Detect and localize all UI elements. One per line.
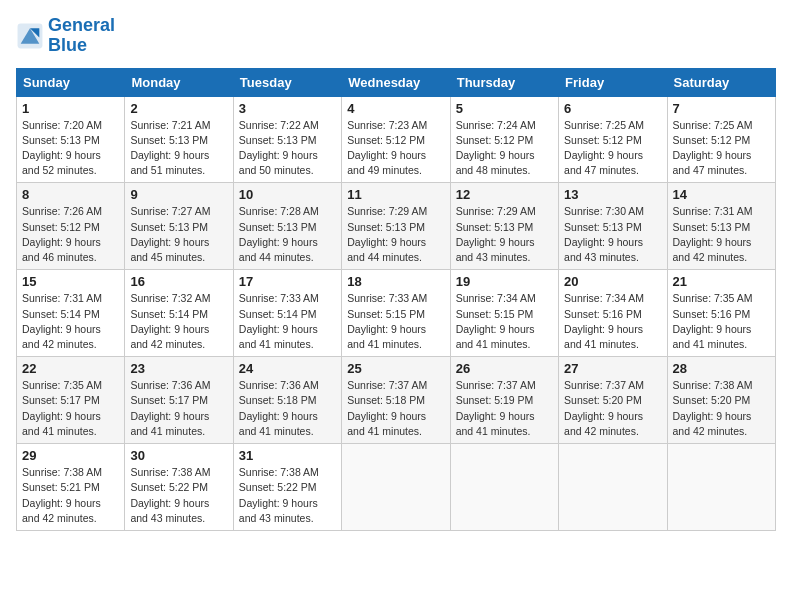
day-cell: 27 Sunrise: 7:37 AMSunset: 5:20 PMDaylig… [559,357,667,444]
day-number: 7 [673,101,770,116]
day-info: Sunrise: 7:31 AMSunset: 5:13 PMDaylight:… [673,204,770,265]
day-number: 29 [22,448,119,463]
day-number: 8 [22,187,119,202]
day-info: Sunrise: 7:29 AMSunset: 5:13 PMDaylight:… [456,204,553,265]
day-cell: 26 Sunrise: 7:37 AMSunset: 5:19 PMDaylig… [450,357,558,444]
week-row-3: 15 Sunrise: 7:31 AMSunset: 5:14 PMDaylig… [17,270,776,357]
weekday-header-sunday: Sunday [17,68,125,96]
day-cell: 6 Sunrise: 7:25 AMSunset: 5:12 PMDayligh… [559,96,667,183]
day-info: Sunrise: 7:35 AMSunset: 5:16 PMDaylight:… [673,291,770,352]
weekday-header-saturday: Saturday [667,68,775,96]
day-number: 6 [564,101,661,116]
day-number: 21 [673,274,770,289]
day-info: Sunrise: 7:31 AMSunset: 5:14 PMDaylight:… [22,291,119,352]
day-number: 25 [347,361,444,376]
day-info: Sunrise: 7:32 AMSunset: 5:14 PMDaylight:… [130,291,227,352]
day-number: 24 [239,361,336,376]
day-cell: 21 Sunrise: 7:35 AMSunset: 5:16 PMDaylig… [667,270,775,357]
day-info: Sunrise: 7:27 AMSunset: 5:13 PMDaylight:… [130,204,227,265]
week-row-5: 29 Sunrise: 7:38 AMSunset: 5:21 PMDaylig… [17,444,776,531]
day-number: 16 [130,274,227,289]
logo-icon [16,22,44,50]
day-number: 19 [456,274,553,289]
day-cell: 18 Sunrise: 7:33 AMSunset: 5:15 PMDaylig… [342,270,450,357]
day-number: 17 [239,274,336,289]
day-cell: 19 Sunrise: 7:34 AMSunset: 5:15 PMDaylig… [450,270,558,357]
day-number: 4 [347,101,444,116]
day-number: 10 [239,187,336,202]
page-header: General Blue [16,16,776,56]
day-info: Sunrise: 7:34 AMSunset: 5:15 PMDaylight:… [456,291,553,352]
day-info: Sunrise: 7:25 AMSunset: 5:12 PMDaylight:… [673,118,770,179]
day-cell [559,444,667,531]
day-info: Sunrise: 7:37 AMSunset: 5:20 PMDaylight:… [564,378,661,439]
day-info: Sunrise: 7:38 AMSunset: 5:21 PMDaylight:… [22,465,119,526]
day-cell: 16 Sunrise: 7:32 AMSunset: 5:14 PMDaylig… [125,270,233,357]
day-info: Sunrise: 7:34 AMSunset: 5:16 PMDaylight:… [564,291,661,352]
day-cell [342,444,450,531]
weekday-header-friday: Friday [559,68,667,96]
day-info: Sunrise: 7:28 AMSunset: 5:13 PMDaylight:… [239,204,336,265]
day-number: 22 [22,361,119,376]
day-cell: 4 Sunrise: 7:23 AMSunset: 5:12 PMDayligh… [342,96,450,183]
day-info: Sunrise: 7:23 AMSunset: 5:12 PMDaylight:… [347,118,444,179]
day-number: 9 [130,187,227,202]
day-info: Sunrise: 7:21 AMSunset: 5:13 PMDaylight:… [130,118,227,179]
day-cell: 12 Sunrise: 7:29 AMSunset: 5:13 PMDaylig… [450,183,558,270]
day-cell: 5 Sunrise: 7:24 AMSunset: 5:12 PMDayligh… [450,96,558,183]
day-cell [667,444,775,531]
day-info: Sunrise: 7:26 AMSunset: 5:12 PMDaylight:… [22,204,119,265]
day-number: 15 [22,274,119,289]
day-cell: 7 Sunrise: 7:25 AMSunset: 5:12 PMDayligh… [667,96,775,183]
day-cell: 3 Sunrise: 7:22 AMSunset: 5:13 PMDayligh… [233,96,341,183]
day-cell: 22 Sunrise: 7:35 AMSunset: 5:17 PMDaylig… [17,357,125,444]
day-cell: 9 Sunrise: 7:27 AMSunset: 5:13 PMDayligh… [125,183,233,270]
week-row-2: 8 Sunrise: 7:26 AMSunset: 5:12 PMDayligh… [17,183,776,270]
day-info: Sunrise: 7:33 AMSunset: 5:14 PMDaylight:… [239,291,336,352]
day-cell: 11 Sunrise: 7:29 AMSunset: 5:13 PMDaylig… [342,183,450,270]
day-info: Sunrise: 7:37 AMSunset: 5:18 PMDaylight:… [347,378,444,439]
week-row-4: 22 Sunrise: 7:35 AMSunset: 5:17 PMDaylig… [17,357,776,444]
day-cell: 25 Sunrise: 7:37 AMSunset: 5:18 PMDaylig… [342,357,450,444]
weekday-header-thursday: Thursday [450,68,558,96]
day-info: Sunrise: 7:37 AMSunset: 5:19 PMDaylight:… [456,378,553,439]
weekday-header-row: SundayMondayTuesdayWednesdayThursdayFrid… [17,68,776,96]
day-number: 18 [347,274,444,289]
day-cell: 29 Sunrise: 7:38 AMSunset: 5:21 PMDaylig… [17,444,125,531]
weekday-header-monday: Monday [125,68,233,96]
day-info: Sunrise: 7:33 AMSunset: 5:15 PMDaylight:… [347,291,444,352]
day-cell: 1 Sunrise: 7:20 AMSunset: 5:13 PMDayligh… [17,96,125,183]
day-number: 23 [130,361,227,376]
day-info: Sunrise: 7:29 AMSunset: 5:13 PMDaylight:… [347,204,444,265]
day-cell: 20 Sunrise: 7:34 AMSunset: 5:16 PMDaylig… [559,270,667,357]
day-cell: 31 Sunrise: 7:38 AMSunset: 5:22 PMDaylig… [233,444,341,531]
day-info: Sunrise: 7:36 AMSunset: 5:18 PMDaylight:… [239,378,336,439]
day-cell: 10 Sunrise: 7:28 AMSunset: 5:13 PMDaylig… [233,183,341,270]
logo-text: General Blue [48,16,115,56]
week-row-1: 1 Sunrise: 7:20 AMSunset: 5:13 PMDayligh… [17,96,776,183]
day-info: Sunrise: 7:25 AMSunset: 5:12 PMDaylight:… [564,118,661,179]
day-number: 20 [564,274,661,289]
day-info: Sunrise: 7:38 AMSunset: 5:22 PMDaylight:… [239,465,336,526]
day-info: Sunrise: 7:24 AMSunset: 5:12 PMDaylight:… [456,118,553,179]
day-number: 26 [456,361,553,376]
weekday-header-wednesday: Wednesday [342,68,450,96]
day-cell: 15 Sunrise: 7:31 AMSunset: 5:14 PMDaylig… [17,270,125,357]
day-number: 31 [239,448,336,463]
day-number: 3 [239,101,336,116]
day-cell: 8 Sunrise: 7:26 AMSunset: 5:12 PMDayligh… [17,183,125,270]
day-cell: 2 Sunrise: 7:21 AMSunset: 5:13 PMDayligh… [125,96,233,183]
day-number: 27 [564,361,661,376]
day-cell: 23 Sunrise: 7:36 AMSunset: 5:17 PMDaylig… [125,357,233,444]
logo: General Blue [16,16,115,56]
day-info: Sunrise: 7:22 AMSunset: 5:13 PMDaylight:… [239,118,336,179]
day-cell: 17 Sunrise: 7:33 AMSunset: 5:14 PMDaylig… [233,270,341,357]
day-cell: 24 Sunrise: 7:36 AMSunset: 5:18 PMDaylig… [233,357,341,444]
day-info: Sunrise: 7:35 AMSunset: 5:17 PMDaylight:… [22,378,119,439]
day-cell: 28 Sunrise: 7:38 AMSunset: 5:20 PMDaylig… [667,357,775,444]
day-cell [450,444,558,531]
day-info: Sunrise: 7:20 AMSunset: 5:13 PMDaylight:… [22,118,119,179]
day-number: 30 [130,448,227,463]
day-info: Sunrise: 7:38 AMSunset: 5:22 PMDaylight:… [130,465,227,526]
day-info: Sunrise: 7:38 AMSunset: 5:20 PMDaylight:… [673,378,770,439]
